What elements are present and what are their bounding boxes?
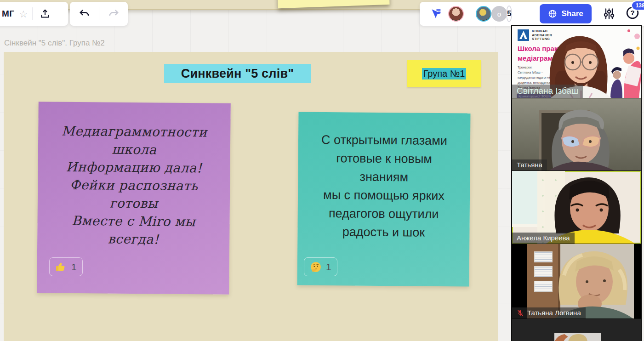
participant-name: Татьяна Логвина xyxy=(527,309,581,317)
video-tile-svitlana[interactable]: KONRAD ADENAUER STIFTUNG Школа практичн … xyxy=(512,26,641,98)
export-button[interactable] xyxy=(37,6,53,22)
group-tag-text: Група №1 xyxy=(422,68,467,80)
participant-figure xyxy=(554,333,601,341)
frame-title[interactable]: Сінквейн "5 слів". Група №2 xyxy=(4,39,105,48)
undo-button[interactable] xyxy=(77,6,92,22)
wall-calendar xyxy=(534,251,553,262)
help-notification-badge: 138 xyxy=(631,0,644,11)
video-tile-tatyana-logvina[interactable]: Татьяна Логвина xyxy=(512,244,641,318)
sticky-note-teal-text: С открытыми глазами готовые к новым знан… xyxy=(320,131,447,242)
share-label: Share xyxy=(561,9,583,18)
board-info-toolbar: МГ ☆ xyxy=(0,2,68,26)
video-conference-panel: KONRAD ADENAUER STIFTUNG Школа практичн … xyxy=(511,25,642,341)
participant-name-muted: Татьяна Логвина xyxy=(512,307,586,318)
reaction-badge-thinking-face[interactable]: 1 xyxy=(304,257,337,276)
video-tile-tatyana[interactable]: Татьяна xyxy=(512,98,641,170)
help-button[interactable]: ? 138 xyxy=(626,6,639,22)
facilitator-avatar[interactable] xyxy=(448,6,464,22)
collaboration-toolbar: o 5 Share ? 138 xyxy=(420,2,644,26)
participant-name: Татьяна xyxy=(512,159,547,170)
board-initials[interactable]: МГ xyxy=(2,9,15,19)
kas-logo-icon xyxy=(518,29,529,41)
collaborator-avatar-overflow[interactable]: o xyxy=(491,6,507,22)
divider xyxy=(99,7,99,20)
sticky-note-purple-text: Медиаграммотности школа Информацию дала!… xyxy=(61,122,207,249)
participant-video xyxy=(535,107,627,170)
redo-button[interactable] xyxy=(106,6,121,22)
collaborator-cursor-icon xyxy=(429,7,443,21)
reaction-badge-thumbs-up[interactable]: 1 xyxy=(49,257,83,276)
participant-name: Світлана Ізбаш xyxy=(512,85,583,98)
globe-icon xyxy=(548,9,557,18)
wall-calendar xyxy=(534,281,553,292)
undo-icon xyxy=(79,8,91,20)
participant-name: Анжела Киреева xyxy=(512,233,575,244)
reaction-count: 1 xyxy=(71,261,77,273)
share-button[interactable]: Share xyxy=(540,4,591,23)
wall-calendar xyxy=(534,266,553,277)
collaborators-count-badge[interactable]: 5 xyxy=(506,6,512,22)
undo-redo-toolbar xyxy=(70,2,128,26)
participant-video xyxy=(554,333,601,341)
video-tile-anzhela-active-speaker[interactable]: Анжела Киреева xyxy=(512,171,641,244)
follow-cursors-button[interactable] xyxy=(429,6,443,22)
sliders-icon xyxy=(603,7,616,20)
divider xyxy=(32,7,33,20)
reaction-count: 1 xyxy=(326,261,331,273)
export-upload-icon xyxy=(40,8,51,19)
group-tag-note[interactable]: Група №1 xyxy=(407,60,481,87)
favorite-star-icon[interactable]: ☆ xyxy=(19,9,28,19)
settings-button[interactable] xyxy=(603,6,616,22)
video-tile-partial[interactable] xyxy=(512,319,641,341)
board-heading-text[interactable]: Синквейн "5 слів" xyxy=(164,64,311,83)
redo-icon xyxy=(108,8,120,20)
collaborator-avatar[interactable] xyxy=(476,6,491,22)
mic-muted-icon xyxy=(517,309,524,317)
thumbs-up-icon xyxy=(55,261,67,273)
thinking-face-icon xyxy=(310,261,322,273)
